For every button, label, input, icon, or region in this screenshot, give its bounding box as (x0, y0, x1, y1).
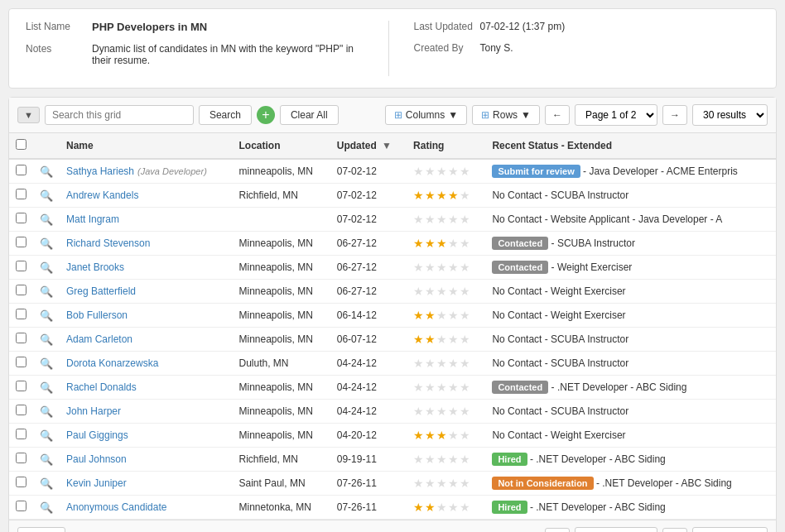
star-4[interactable]: ★ (448, 165, 459, 178)
status-badge[interactable]: Contacted (492, 381, 548, 394)
status-badge[interactable]: Hired (492, 501, 527, 514)
bottom-prev-button[interactable]: ← (545, 528, 570, 532)
star-4[interactable]: ★ (448, 405, 459, 418)
star-5[interactable]: ★ (460, 285, 470, 298)
bottom-next-button[interactable]: → (662, 528, 687, 532)
star-3[interactable]: ★ (436, 501, 447, 514)
search-input[interactable] (45, 105, 194, 125)
row-search-icon[interactable]: 🔍 (33, 208, 60, 232)
star-4[interactable]: ★ (448, 453, 459, 466)
star-2[interactable]: ★ (425, 309, 436, 322)
row-rating-cell[interactable]: ★★★★★ (407, 328, 485, 352)
filter-button[interactable]: ▼ (17, 107, 40, 123)
star-3[interactable]: ★ (436, 165, 447, 178)
candidate-name-link[interactable]: Janet Brooks (66, 261, 124, 273)
row-rating-cell[interactable]: ★★★★★ (407, 232, 485, 256)
row-rating-cell[interactable]: ★★★★★ (407, 159, 485, 184)
name-header[interactable]: Name (60, 133, 233, 159)
candidate-name-link[interactable]: Anonymous Candidate (66, 501, 166, 513)
row-checkbox[interactable] (16, 237, 26, 247)
star-1[interactable]: ★ (413, 477, 424, 490)
star-5[interactable]: ★ (460, 453, 470, 466)
star-2[interactable]: ★ (425, 261, 436, 274)
star-1[interactable]: ★ (413, 237, 424, 250)
row-search-icon[interactable]: 🔍 (33, 184, 60, 208)
star-rating[interactable]: ★★★★★ (413, 357, 470, 370)
star-1[interactable]: ★ (413, 285, 424, 298)
star-1[interactable]: ★ (413, 261, 424, 274)
candidate-name-link[interactable]: Paul Giggings (66, 429, 128, 441)
rating-header[interactable]: Rating (407, 133, 485, 159)
star-1[interactable]: ★ (413, 501, 424, 514)
row-search-icon[interactable]: 🔍 (33, 376, 60, 400)
bottom-page-select[interactable]: Page 1 of 2 (575, 527, 657, 532)
star-rating[interactable]: ★★★★★ (413, 381, 470, 394)
status-badge[interactable]: Contacted (492, 261, 548, 274)
row-checkbox[interactable] (16, 165, 26, 175)
star-rating[interactable]: ★★★★★ (413, 333, 470, 346)
row-search-icon[interactable]: 🔍 (33, 352, 60, 376)
star-3[interactable]: ★ (436, 429, 447, 442)
row-rating-cell[interactable]: ★★★★★ (407, 352, 485, 376)
candidate-name-link[interactable]: Richard Stevenson (66, 237, 150, 249)
row-checkbox[interactable] (16, 501, 26, 511)
status-badge[interactable]: Hired (492, 453, 527, 466)
row-search-icon[interactable]: 🔍 (33, 256, 60, 280)
status-badge[interactable]: Submit for review (492, 165, 580, 178)
star-2[interactable]: ★ (425, 213, 436, 226)
candidate-name-link[interactable]: Matt Ingram (66, 213, 119, 225)
star-2[interactable]: ★ (425, 501, 436, 514)
next-page-button[interactable]: → (662, 105, 687, 125)
row-checkbox[interactable] (16, 429, 26, 439)
star-2[interactable]: ★ (425, 285, 436, 298)
star-5[interactable]: ★ (460, 333, 470, 346)
row-rating-cell[interactable]: ★★★★★ (407, 400, 485, 424)
bottom-results-select[interactable]: 30 results (692, 527, 768, 532)
row-checkbox[interactable] (16, 477, 26, 487)
candidate-name-link[interactable]: Adam Carleton (66, 333, 132, 345)
star-5[interactable]: ★ (460, 381, 470, 394)
row-search-icon[interactable]: 🔍 (33, 232, 60, 256)
az-sort-select[interactable]: A-Z (17, 527, 65, 532)
row-search-icon[interactable]: 🔍 (33, 159, 60, 184)
star-4[interactable]: ★ (448, 261, 459, 274)
star-3[interactable]: ★ (436, 189, 447, 202)
star-3[interactable]: ★ (436, 333, 447, 346)
star-rating[interactable]: ★★★★★ (413, 165, 470, 178)
star-3[interactable]: ★ (436, 453, 447, 466)
star-4[interactable]: ★ (448, 357, 459, 370)
star-rating[interactable]: ★★★★★ (413, 309, 470, 322)
row-rating-cell[interactable]: ★★★★★ (407, 256, 485, 280)
status-header[interactable]: Recent Status - Extended (485, 133, 776, 159)
prev-page-button[interactable]: ← (545, 105, 570, 125)
row-search-icon[interactable]: 🔍 (33, 280, 60, 304)
star-rating[interactable]: ★★★★★ (413, 237, 470, 250)
add-button[interactable]: + (257, 106, 275, 124)
star-rating[interactable]: ★★★★★ (413, 213, 470, 226)
row-rating-cell[interactable]: ★★★★★ (407, 208, 485, 232)
star-1[interactable]: ★ (413, 189, 424, 202)
row-rating-cell[interactable]: ★★★★★ (407, 376, 485, 400)
star-4[interactable]: ★ (448, 333, 459, 346)
row-rating-cell[interactable]: ★★★★★ (407, 304, 485, 328)
star-rating[interactable]: ★★★★★ (413, 501, 470, 514)
star-4[interactable]: ★ (448, 381, 459, 394)
star-5[interactable]: ★ (460, 189, 470, 202)
row-checkbox[interactable] (16, 333, 26, 343)
candidate-name-link[interactable]: Bob Fullerson (66, 309, 128, 321)
star-rating[interactable]: ★★★★★ (413, 261, 470, 274)
row-search-icon[interactable]: 🔍 (33, 424, 60, 448)
star-2[interactable]: ★ (425, 405, 436, 418)
star-5[interactable]: ★ (460, 477, 470, 490)
star-1[interactable]: ★ (413, 165, 424, 178)
star-3[interactable]: ★ (436, 213, 447, 226)
star-rating[interactable]: ★★★★★ (413, 453, 470, 466)
candidate-name-link[interactable]: Sathya Hariesh (66, 165, 134, 177)
star-5[interactable]: ★ (460, 237, 470, 250)
star-rating[interactable]: ★★★★★ (413, 285, 470, 298)
row-search-icon[interactable]: 🔍 (33, 304, 60, 328)
row-search-icon[interactable]: 🔍 (33, 496, 60, 520)
star-3[interactable]: ★ (436, 405, 447, 418)
candidate-name-link[interactable]: John Harper (66, 405, 121, 417)
star-5[interactable]: ★ (460, 309, 470, 322)
